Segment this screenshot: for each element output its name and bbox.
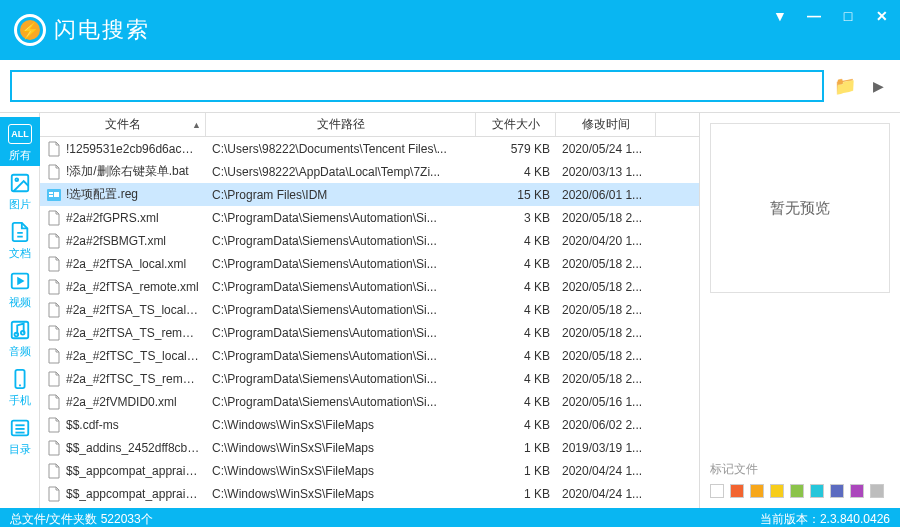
maximize-button[interactable]: □ (840, 8, 856, 24)
tag-swatch[interactable] (810, 484, 824, 498)
cell-size: 15 KB (476, 188, 556, 202)
cell-path: C:\Users\98222\Documents\Tencent Files\.… (206, 142, 476, 156)
tag-swatch[interactable] (830, 484, 844, 498)
cell-name: #2a#2fGPRS.xml (40, 210, 206, 226)
sidebar-item-4[interactable]: 音频 (0, 313, 40, 362)
cell-size: 1 KB (476, 441, 556, 455)
column-time[interactable]: 修改时间 (556, 113, 656, 136)
cell-time: 2020/05/18 2... (556, 303, 656, 317)
file-icon (46, 463, 62, 479)
cell-size: 4 KB (476, 418, 556, 432)
column-name[interactable]: 文件名▲ (40, 113, 206, 136)
dropdown-button[interactable]: ▼ (772, 8, 788, 24)
cell-size: 1 KB (476, 487, 556, 501)
cell-name: #2a_#2fTSA_remote.xml (40, 279, 206, 295)
table-row[interactable]: #2a_#2fTSA_remote.xmlC:\ProgramData\Siem… (40, 275, 699, 298)
cell-size: 4 KB (476, 349, 556, 363)
table-row[interactable]: #2a_#2fTSC_TS_remote...C:\ProgramData\Si… (40, 367, 699, 390)
search-input[interactable] (10, 70, 824, 102)
sidebar-label: 所有 (9, 148, 31, 163)
cell-name: $$.cdf-ms (40, 417, 206, 433)
sidebar-item-6[interactable]: 目录 (0, 411, 40, 460)
file-icon (46, 440, 62, 456)
file-panel: 文件名▲ 文件路径 文件大小 修改时间 !1259531e2cb96d6ac5e… (40, 113, 700, 508)
cell-path: C:\Windows\WinSxS\FileMaps (206, 441, 476, 455)
folder-button[interactable]: 📁 (830, 71, 860, 101)
search-arrow-button[interactable]: ▶ (866, 71, 890, 101)
table-row[interactable]: #2a#2fSBMGT.xmlC:\ProgramData\Siemens\Au… (40, 229, 699, 252)
cell-path: C:\Program Files\IDM (206, 188, 476, 202)
table-row[interactable]: !添加/删除右键菜单.batC:\Users\98222\AppData\Loc… (40, 160, 699, 183)
svg-point-1 (15, 178, 18, 181)
sidebar: ALL所有图片文档视频音频手机目录 (0, 113, 40, 508)
sidebar-item-1[interactable]: 图片 (0, 166, 40, 215)
table-row[interactable]: $$_appcompat_apprais...C:\Windows\WinSxS… (40, 482, 699, 505)
cell-size: 579 KB (476, 142, 556, 156)
cell-name: $$_addins_2452dff8cb6... (40, 440, 206, 456)
table-header: 文件名▲ 文件路径 文件大小 修改时间 (40, 113, 699, 137)
sidebar-item-2[interactable]: 文档 (0, 215, 40, 264)
cell-name: $$_appcompat_apprais... (40, 463, 206, 479)
file-icon (46, 417, 62, 433)
sidebar-icon (8, 318, 32, 342)
sidebar-item-3[interactable]: 视频 (0, 264, 40, 313)
table-row[interactable]: #2a_#2fTSA_TS_remote...C:\ProgramData\Si… (40, 321, 699, 344)
cell-size: 4 KB (476, 234, 556, 248)
file-icon (46, 187, 62, 203)
tag-swatch[interactable] (870, 484, 884, 498)
table-row[interactable]: #2a_#2fTSA_TS_local.xmlC:\ProgramData\Si… (40, 298, 699, 321)
sidebar-label: 手机 (9, 393, 31, 408)
tag-swatch[interactable] (730, 484, 744, 498)
table-row[interactable]: !选项配置.regC:\Program Files\IDM15 KB2020/0… (40, 183, 699, 206)
cell-name: #2a_#2fTSC_TS_local.xml (40, 348, 206, 364)
close-button[interactable]: ✕ (874, 8, 890, 24)
tag-swatch[interactable] (790, 484, 804, 498)
sidebar-icon (8, 220, 32, 244)
file-icon (46, 256, 62, 272)
cell-size: 4 KB (476, 372, 556, 386)
cell-path: C:\ProgramData\Siemens\Automation\Si... (206, 303, 476, 317)
svg-rect-14 (49, 195, 53, 197)
sidebar-item-5[interactable]: 手机 (0, 362, 40, 411)
tag-swatch[interactable] (850, 484, 864, 498)
status-bar: 总文件/文件夹数 522033个 当前版本：2.3.840.0426 (0, 508, 900, 527)
cell-path: C:\Windows\WinSxS\FileMaps (206, 464, 476, 478)
sidebar-label: 目录 (9, 442, 31, 457)
sidebar-icon (8, 367, 32, 391)
cell-size: 4 KB (476, 280, 556, 294)
cell-path: C:\ProgramData\Siemens\Automation\Si... (206, 372, 476, 386)
sidebar-item-0[interactable]: ALL所有 (0, 117, 40, 166)
cell-size: 1 KB (476, 464, 556, 478)
cell-size: 4 KB (476, 326, 556, 340)
tag-swatch[interactable] (710, 484, 724, 498)
sidebar-icon (8, 416, 32, 440)
table-row[interactable]: $$_addins_2452dff8cb6...C:\Windows\WinSx… (40, 436, 699, 459)
file-icon (46, 394, 62, 410)
file-icon (46, 141, 62, 157)
file-icon (46, 279, 62, 295)
file-icon (46, 348, 62, 364)
table-row[interactable]: #2a_#2fTSC_TS_local.xmlC:\ProgramData\Si… (40, 344, 699, 367)
minimize-button[interactable]: — (806, 8, 822, 24)
tag-swatch[interactable] (770, 484, 784, 498)
cell-time: 2019/03/19 1... (556, 441, 656, 455)
cell-path: C:\Users\98222\AppData\Local\Temp\7Zi... (206, 165, 476, 179)
cell-path: C:\Windows\WinSxS\FileMaps (206, 487, 476, 501)
cell-size: 4 KB (476, 257, 556, 271)
table-row[interactable]: #2a_#2fVMDID0.xmlC:\ProgramData\Siemens\… (40, 390, 699, 413)
table-row[interactable]: !1259531e2cb96d6ac5e...C:\Users\98222\Do… (40, 137, 699, 160)
cell-time: 2020/04/24 1... (556, 464, 656, 478)
sidebar-label: 文档 (9, 246, 31, 261)
column-path[interactable]: 文件路径 (206, 113, 476, 136)
table-row[interactable]: #2a_#2fTSA_local.xmlC:\ProgramData\Sieme… (40, 252, 699, 275)
tag-swatch[interactable] (750, 484, 764, 498)
cell-path: C:\ProgramData\Siemens\Automation\Si... (206, 211, 476, 225)
column-size[interactable]: 文件大小 (476, 113, 556, 136)
cell-time: 2020/05/18 2... (556, 211, 656, 225)
sidebar-label: 图片 (9, 197, 31, 212)
table-row[interactable]: #2a#2fGPRS.xmlC:\ProgramData\Siemens\Aut… (40, 206, 699, 229)
file-list[interactable]: !1259531e2cb96d6ac5e...C:\Users\98222\Do… (40, 137, 699, 508)
table-row[interactable]: $$_appcompat_apprais...C:\Windows\WinSxS… (40, 459, 699, 482)
cell-name: #2a_#2fTSC_TS_remote... (40, 371, 206, 387)
table-row[interactable]: $$.cdf-msC:\Windows\WinSxS\FileMaps4 KB2… (40, 413, 699, 436)
